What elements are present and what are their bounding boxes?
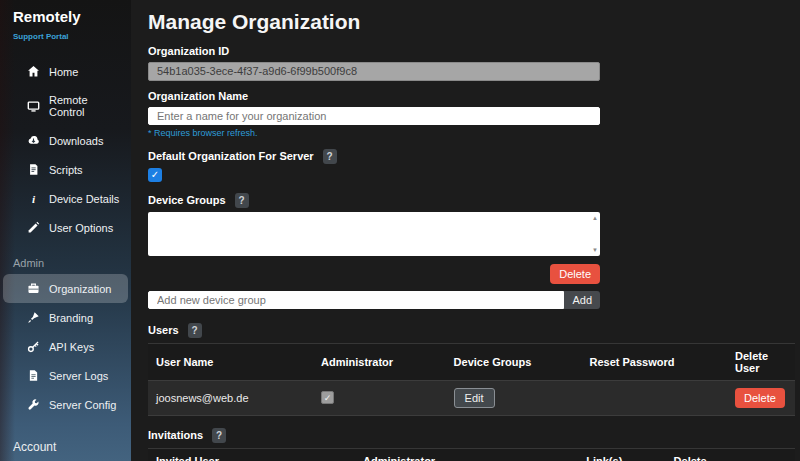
- sidebar-footer: Account Log out About: [0, 435, 131, 461]
- table-row: joosnews@web.de ✓ Edit Delete: [148, 380, 795, 415]
- sidebar-nav: Home Remote Control Downloads Scripts: [0, 57, 131, 242]
- sidebar-item-server-config[interactable]: Server Config: [0, 390, 131, 419]
- script-icon: [27, 163, 40, 176]
- users-col-user-name: User Name: [148, 343, 313, 380]
- device-groups-label: Device Groups: [148, 194, 226, 206]
- sidebar-admin-nav: Organization Branding API Keys Server Lo…: [0, 274, 131, 419]
- default-org-label: Default Organization For Server: [148, 150, 314, 162]
- sidebar-item-label: API Keys: [49, 341, 94, 353]
- sidebar-item-downloads[interactable]: Downloads: [0, 126, 131, 155]
- invitations-col-links: Link(s): [578, 448, 665, 461]
- page-title: Manage Organization: [148, 10, 795, 34]
- account-link[interactable]: Account: [0, 435, 131, 459]
- organization-id-input[interactable]: [148, 62, 600, 81]
- delete-device-group-button[interactable]: Delete: [550, 264, 600, 284]
- briefcase-icon: [27, 282, 40, 295]
- sidebar-item-label: Home: [49, 66, 78, 78]
- add-device-group-button[interactable]: Add: [564, 291, 600, 309]
- default-org-checkbox[interactable]: ✓: [148, 168, 162, 182]
- sidebar-item-label: Downloads: [49, 135, 103, 147]
- edit-device-groups-button[interactable]: Edit: [454, 388, 495, 408]
- checkmark-icon: ✓: [324, 393, 332, 403]
- invitations-label: Invitations: [148, 429, 203, 441]
- add-device-group-input[interactable]: [148, 291, 564, 309]
- sidebar-item-label: Device Details: [49, 193, 119, 205]
- app-window: Remotely Support Portal Home Remote Cont…: [0, 0, 800, 461]
- users-help-button[interactable]: ?: [188, 323, 202, 338]
- svg-text:i: i: [32, 193, 36, 205]
- users-col-reset-password: Reset Password: [581, 343, 727, 380]
- invitations-col-invited-user: Invited User: [148, 448, 355, 461]
- default-org-help-button[interactable]: ?: [323, 149, 337, 164]
- organization-name-input[interactable]: [148, 107, 600, 125]
- cloud-download-icon: [27, 134, 40, 147]
- invitations-col-administrator: Administrator: [355, 448, 578, 461]
- main-content: Manage Organization Organization ID Orga…: [131, 0, 800, 461]
- key-icon: [27, 340, 40, 353]
- sidebar-item-user-options[interactable]: User Options: [0, 213, 131, 242]
- sidebar-item-label: Server Logs: [49, 370, 108, 382]
- invitations-help-button[interactable]: ?: [212, 428, 226, 443]
- device-groups-listbox[interactable]: ▲ ▼: [148, 212, 600, 256]
- sidebar-item-label: User Options: [49, 222, 113, 234]
- invitations-table: Invited User Administrator Link(s) Delet…: [148, 448, 795, 461]
- users-col-delete-user: Delete User: [727, 343, 795, 380]
- sidebar-item-remote-control[interactable]: Remote Control: [0, 86, 131, 126]
- info-icon: i: [27, 192, 40, 205]
- home-icon: [27, 65, 40, 78]
- checkmark-icon: ✓: [151, 169, 159, 180]
- sidebar: Remotely Support Portal Home Remote Cont…: [0, 0, 131, 461]
- sidebar-item-device-details[interactable]: i Device Details: [0, 184, 131, 213]
- sidebar-item-label: Server Config: [49, 399, 116, 411]
- sidebar-item-api-keys[interactable]: API Keys: [0, 332, 131, 361]
- paintbrush-icon: [27, 311, 40, 324]
- log-file-icon: [27, 369, 40, 382]
- organization-id-label: Organization ID: [148, 45, 795, 57]
- sidebar-item-scripts[interactable]: Scripts: [0, 155, 131, 184]
- users-col-administrator: Administrator: [313, 343, 446, 380]
- organization-name-label: Organization Name: [148, 90, 795, 102]
- users-col-device-groups: Device Groups: [446, 343, 582, 380]
- administrator-checkbox[interactable]: ✓: [321, 391, 334, 404]
- pencil-icon: [27, 221, 40, 234]
- sidebar-item-server-logs[interactable]: Server Logs: [0, 361, 131, 390]
- brand: Remotely Support Portal: [0, 0, 131, 43]
- sidebar-item-label: Remote Control: [49, 94, 125, 118]
- device-groups-help-button[interactable]: ?: [235, 193, 249, 208]
- sidebar-item-label: Branding: [49, 312, 93, 324]
- sidebar-item-organization[interactable]: Organization: [3, 274, 128, 303]
- users-label: Users: [148, 324, 179, 336]
- scroll-down-icon[interactable]: ▼: [592, 247, 598, 253]
- user-name-cell: joosnews@web.de: [148, 380, 313, 415]
- sidebar-item-home[interactable]: Home: [0, 57, 131, 86]
- app-title: Remotely: [13, 8, 131, 25]
- support-portal-link[interactable]: Support Portal: [13, 32, 69, 41]
- sidebar-item-label: Scripts: [49, 164, 83, 176]
- browser-refresh-note: * Requires browser refresh.: [148, 128, 795, 138]
- wrench-icon: [27, 398, 40, 411]
- sidebar-item-label: Organization: [49, 283, 111, 295]
- users-table: User Name Administrator Device Groups Re…: [148, 343, 795, 416]
- delete-user-button[interactable]: Delete: [735, 388, 785, 408]
- monitor-icon: [27, 100, 40, 113]
- admin-section-label: Admin: [0, 242, 131, 274]
- reset-password-cell: [581, 380, 727, 415]
- invitations-col-delete: Delete: [666, 448, 795, 461]
- sidebar-item-branding[interactable]: Branding: [0, 303, 131, 332]
- scroll-up-icon[interactable]: ▲: [592, 215, 598, 221]
